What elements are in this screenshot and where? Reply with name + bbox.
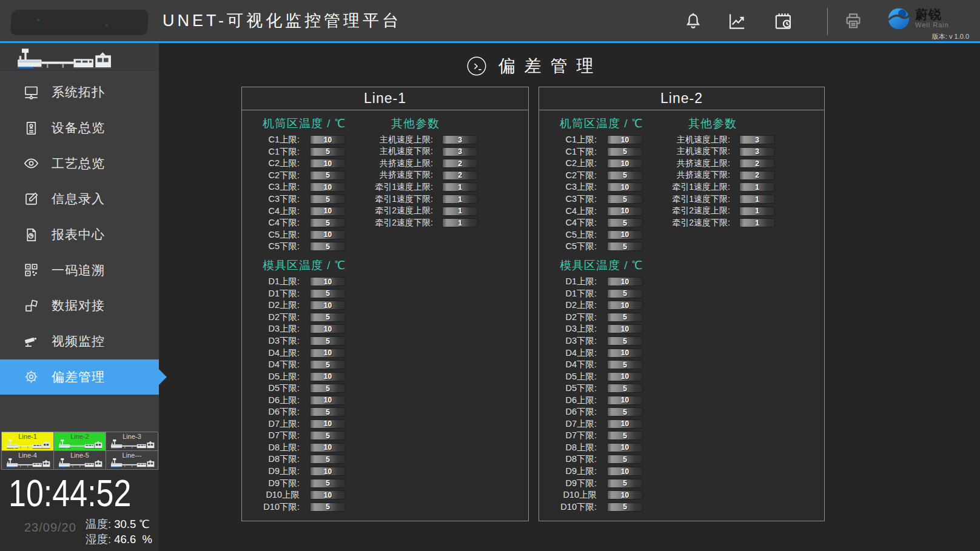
line-thumbnail[interactable]: Line-1: [2, 432, 54, 451]
limit-value-field[interactable]: 2: [442, 171, 478, 180]
limit-value-field[interactable]: 1: [739, 207, 775, 216]
line-thumbnail[interactable]: Line-5: [54, 451, 106, 470]
sidebar-item-data-link[interactable]: 数据对接: [0, 288, 159, 324]
limit-value-field[interactable]: 10: [310, 349, 346, 358]
limit-value-field[interactable]: 10: [310, 396, 346, 405]
limit-value-field[interactable]: 2: [739, 171, 775, 180]
limit-value-field[interactable]: 10: [607, 207, 643, 216]
limit-value-field[interactable]: 5: [607, 195, 643, 204]
limit-value-field[interactable]: 1: [442, 195, 478, 204]
limit-value-field[interactable]: 5: [310, 171, 346, 180]
limit-value-field[interactable]: 5: [607, 479, 643, 488]
notifications-bell-icon[interactable]: [683, 11, 703, 32]
line-thumbnail[interactable]: Line---: [106, 451, 158, 470]
limit-value-field[interactable]: 10: [607, 230, 643, 239]
limit-value-field[interactable]: 1: [442, 207, 478, 216]
limit-value-field[interactable]: 5: [310, 455, 346, 464]
limit-value-field[interactable]: 5: [310, 360, 346, 369]
limit-value-field[interactable]: 5: [310, 431, 346, 440]
limit-value-field[interactable]: 10: [607, 324, 643, 333]
limit-value-field[interactable]: 3: [442, 147, 478, 156]
limit-value-field[interactable]: 5: [310, 313, 346, 322]
trend-chart-icon[interactable]: [727, 11, 747, 32]
printer-icon[interactable]: [843, 11, 864, 32]
limit-value-field[interactable]: 3: [739, 147, 775, 156]
limit-value-field[interactable]: 5: [607, 431, 643, 440]
limit-value-field[interactable]: 10: [607, 443, 643, 452]
limit-value-field[interactable]: 5: [310, 407, 346, 416]
limit-value-field[interactable]: 10: [310, 182, 346, 192]
limit-value-field[interactable]: 5: [310, 195, 346, 204]
limit-value-field[interactable]: 5: [607, 407, 643, 416]
limit-value-field[interactable]: 1: [442, 182, 478, 192]
limit-value-field[interactable]: 10: [310, 324, 346, 333]
limit-value-field[interactable]: 10: [607, 135, 643, 144]
limit-value-field[interactable]: 5: [607, 289, 643, 298]
limit-value-field[interactable]: 5: [310, 242, 346, 251]
limit-value-field[interactable]: 3: [739, 135, 775, 144]
sidebar-item-process[interactable]: 工艺总览: [0, 145, 159, 181]
sidebar-item-reports[interactable]: 报表中心: [0, 217, 159, 253]
limit-label: D4上限:: [539, 347, 607, 359]
sidebar-item-entry[interactable]: 信息录入: [0, 181, 159, 217]
limit-row: 主机速度下限: 3: [668, 146, 822, 158]
limit-value-field[interactable]: 10: [310, 277, 346, 286]
limit-value-field[interactable]: 10: [607, 396, 643, 405]
limit-label: C5下限:: [242, 241, 310, 252]
limit-value-field[interactable]: 5: [310, 289, 346, 298]
limit-value-field[interactable]: 3: [442, 135, 478, 144]
limit-value-field[interactable]: 2: [442, 159, 478, 168]
limit-value-field[interactable]: 5: [310, 479, 346, 488]
sidebar-item-video[interactable]: 视频监控: [0, 324, 159, 359]
sidebar-item-topology[interactable]: 系统拓扑: [0, 75, 159, 110]
limit-value-field[interactable]: 5: [310, 384, 346, 393]
line-thumbnail[interactable]: Line-3: [106, 432, 158, 451]
limit-value-field[interactable]: 5: [607, 384, 643, 393]
limit-value-field[interactable]: 10: [310, 207, 346, 216]
limit-value-field[interactable]: 5: [310, 336, 346, 346]
limit-value-field[interactable]: 5: [607, 171, 643, 180]
line-thumbnail[interactable]: Line-2: [54, 432, 106, 451]
limit-value-field[interactable]: 10: [607, 349, 643, 358]
calendar-clock-icon[interactable]: [773, 11, 794, 32]
limit-value-field[interactable]: 10: [310, 301, 346, 310]
limit-value-field[interactable]: 10: [607, 277, 643, 286]
limit-value-field[interactable]: 5: [607, 455, 643, 464]
limit-value-field[interactable]: 5: [310, 147, 346, 156]
limit-value-field[interactable]: 10: [310, 159, 346, 168]
limit-value-field[interactable]: 5: [310, 503, 346, 512]
limit-value-field[interactable]: 1: [739, 195, 775, 204]
limit-value-field[interactable]: 5: [607, 360, 643, 369]
limit-value-field[interactable]: 2: [739, 159, 775, 168]
limit-value-field[interactable]: 1: [739, 218, 775, 227]
sidebar-item-deviation[interactable]: 偏差管理: [0, 359, 159, 395]
limit-value-field[interactable]: 10: [607, 467, 643, 476]
limit-value-field[interactable]: 5: [607, 242, 643, 251]
limit-row: 牵引2速度下限: 1: [668, 217, 822, 229]
limit-value-field[interactable]: 10: [607, 159, 643, 168]
limit-label: D2上限:: [539, 299, 607, 311]
sidebar-item-equipment[interactable]: 设备总览: [0, 110, 159, 146]
limit-value-field[interactable]: 10: [310, 135, 346, 144]
limit-value-field[interactable]: 10: [310, 467, 346, 476]
limit-value-field[interactable]: 10: [607, 182, 643, 192]
limit-value-field[interactable]: 5: [607, 147, 643, 156]
sidebar-item-trace[interactable]: 一码追溯: [0, 252, 159, 288]
limit-value-field[interactable]: 10: [607, 490, 643, 499]
limit-value-field[interactable]: 10: [607, 372, 643, 381]
limit-value-field[interactable]: 5: [607, 313, 643, 322]
limit-value-field[interactable]: 10: [310, 230, 346, 239]
limit-value-field[interactable]: 10: [310, 372, 346, 381]
limit-value-field[interactable]: 5: [607, 503, 643, 512]
limit-value-field[interactable]: 1: [442, 218, 478, 227]
line-thumbnail[interactable]: Line-4: [2, 451, 54, 470]
limit-value-field[interactable]: 10: [607, 419, 643, 429]
limit-value-field[interactable]: 10: [310, 419, 346, 429]
limit-value-field[interactable]: 10: [310, 490, 346, 499]
limit-value-field[interactable]: 5: [607, 336, 643, 346]
limit-value-field[interactable]: 5: [310, 218, 346, 227]
limit-value-field[interactable]: 1: [739, 182, 775, 192]
limit-value-field[interactable]: 5: [607, 218, 643, 227]
limit-value-field[interactable]: 10: [607, 301, 643, 310]
limit-value-field[interactable]: 10: [310, 443, 346, 452]
